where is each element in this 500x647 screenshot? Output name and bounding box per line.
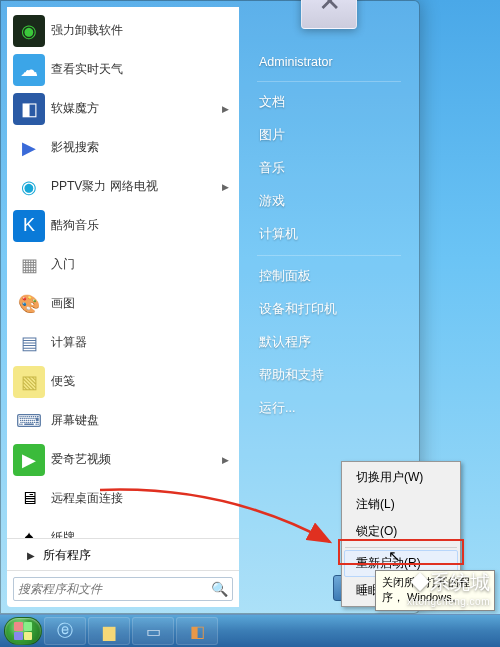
program-icon: ▦: [13, 249, 45, 281]
ctx-item[interactable]: 注销(L): [344, 491, 458, 518]
windows-logo-icon: [14, 622, 32, 640]
program-list: ◉强力卸载软件☁查看实时天气◧软媒魔方▶▶影视搜索◉PPTV聚力 网络电视▶K酷…: [7, 7, 239, 538]
search-box[interactable]: 🔍: [13, 577, 233, 601]
program-icon: ▧: [13, 366, 45, 398]
ctx-item[interactable]: 锁定(O): [344, 518, 458, 545]
program-icon: ⌨: [13, 405, 45, 437]
program-icon: ◉: [13, 171, 45, 203]
right-panel-item[interactable]: 帮助和支持: [239, 359, 419, 392]
program-label: 便笺: [51, 373, 75, 390]
taskbar-explorer[interactable]: ▆: [88, 617, 130, 645]
user-avatar[interactable]: ✕: [301, 0, 357, 29]
program-item[interactable]: K酷狗音乐: [7, 206, 239, 245]
program-item[interactable]: ◉强力卸载软件: [7, 11, 239, 50]
program-label: 酷狗音乐: [51, 217, 99, 234]
program-label: 屏幕键盘: [51, 412, 99, 429]
program-item[interactable]: ▦入门: [7, 245, 239, 284]
program-item[interactable]: ▶影视搜索: [7, 128, 239, 167]
search-row: 🔍: [7, 570, 239, 607]
program-label: 强力卸载软件: [51, 22, 123, 39]
program-icon: ☁: [13, 54, 45, 86]
submenu-arrow-icon: ▶: [222, 104, 229, 114]
program-label: 查看实时天气: [51, 61, 123, 78]
program-item[interactable]: 🎨画图: [7, 284, 239, 323]
right-panel-item[interactable]: 默认程序: [239, 326, 419, 359]
program-icon: ▤: [13, 327, 45, 359]
program-icon: ▶: [13, 132, 45, 164]
all-programs-label: 所有程序: [43, 547, 91, 564]
taskbar: ⓔ ▆ ▭ ◧: [0, 614, 500, 647]
program-item[interactable]: ☁查看实时天气: [7, 50, 239, 89]
program-item[interactable]: 🖥远程桌面连接: [7, 479, 239, 518]
right-panel-item[interactable]: 运行...: [239, 392, 419, 425]
program-item[interactable]: ♠纸牌: [7, 518, 239, 538]
program-label: 入门: [51, 256, 75, 273]
right-panel-item[interactable]: 音乐: [239, 152, 419, 185]
watermark: ◆系统城 xitongcheng.com: [407, 569, 490, 607]
program-label: 爱奇艺视频: [51, 451, 111, 468]
right-panel-item[interactable]: 计算机: [239, 218, 419, 251]
right-panel-item[interactable]: 文档: [239, 86, 419, 119]
program-item[interactable]: ◧软媒魔方▶: [7, 89, 239, 128]
program-icon: ◉: [13, 15, 45, 47]
program-icon: ♠: [13, 522, 45, 539]
right-panel-item[interactable]: 设备和打印机: [239, 293, 419, 326]
user-name[interactable]: Administrator: [239, 47, 419, 77]
start-menu-left: ◉强力卸载软件☁查看实时天气◧软媒魔方▶▶影视搜索◉PPTV聚力 网络电视▶K酷…: [7, 7, 239, 607]
program-icon: ▶: [13, 444, 45, 476]
program-label: 纸牌: [51, 529, 75, 538]
program-label: 远程桌面连接: [51, 490, 123, 507]
right-panel-item[interactable]: 图片: [239, 119, 419, 152]
program-label: 软媒魔方: [51, 100, 99, 117]
submenu-arrow-icon: ▶: [222, 455, 229, 465]
all-programs[interactable]: ▶ 所有程序: [7, 538, 239, 570]
program-label: PPTV聚力 网络电视: [51, 178, 158, 195]
taskbar-app2[interactable]: ◧: [176, 617, 218, 645]
taskbar-ie[interactable]: ⓔ: [44, 617, 86, 645]
search-input[interactable]: [18, 582, 211, 596]
program-item[interactable]: ◉PPTV聚力 网络电视▶: [7, 167, 239, 206]
program-icon: 🎨: [13, 288, 45, 320]
program-icon: ◧: [13, 93, 45, 125]
program-label: 画图: [51, 295, 75, 312]
submenu-arrow-icon: ▶: [222, 182, 229, 192]
program-item[interactable]: ▤计算器: [7, 323, 239, 362]
program-icon: 🖥: [13, 483, 45, 515]
program-item[interactable]: ⌨屏幕键盘: [7, 401, 239, 440]
right-panel-item[interactable]: 控制面板: [239, 260, 419, 293]
ctx-item[interactable]: 切换用户(W): [344, 464, 458, 491]
right-panel-item[interactable]: 游戏: [239, 185, 419, 218]
program-icon: K: [13, 210, 45, 242]
triangle-right-icon: ▶: [27, 550, 35, 561]
taskbar-app1[interactable]: ▭: [132, 617, 174, 645]
search-icon[interactable]: 🔍: [211, 581, 228, 597]
program-item[interactable]: ▧便笺: [7, 362, 239, 401]
start-button[interactable]: [4, 617, 42, 645]
program-label: 计算器: [51, 334, 87, 351]
program-item[interactable]: ▶爱奇艺视频▶: [7, 440, 239, 479]
program-label: 影视搜索: [51, 139, 99, 156]
